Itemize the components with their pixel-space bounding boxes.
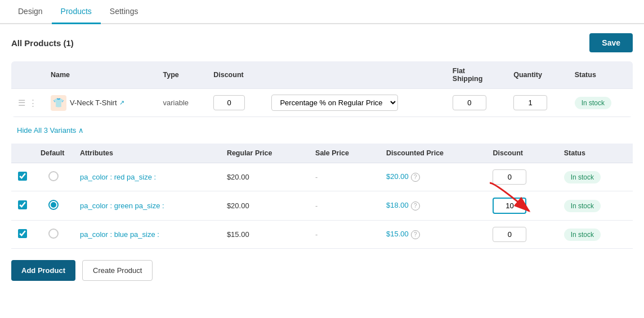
variant-attributes: pa_color : blue pa_size : (80, 230, 159, 239)
vcol-default: Default (34, 144, 73, 163)
variant-attributes-cell: pa_color : green pa_size : (73, 191, 220, 221)
product-discount-input[interactable] (213, 95, 245, 110)
col-flat-shipping: FlatShipping (446, 61, 507, 89)
variants-table: Default Attributes Regular Price Sale Pr… (11, 144, 633, 249)
nav-products[interactable]: Products (52, 0, 101, 24)
variant-discount-input[interactable] (493, 198, 526, 214)
variant-default-cell (34, 191, 73, 221)
product-status-cell: In stock (568, 89, 633, 117)
product-name-cell: 👕 V-Neck T-Shirt ↗ (44, 89, 156, 117)
variant-discount-input-cell (486, 191, 557, 221)
product-drag-cell: ☰ ⋮ (11, 89, 44, 117)
save-button[interactable]: Save (589, 33, 633, 52)
variant-regular-price: $20.00 (227, 201, 249, 210)
page-header: All Products (1) Save (11, 33, 633, 52)
variant-row: pa_color : red pa_size :$20.00-$20.00?In… (11, 163, 633, 191)
product-discount-type-select[interactable]: Percentage % on Regular Price Fixed Amou… (271, 95, 398, 111)
variant-discount-input-cell (486, 163, 557, 191)
vcol-discounted-price: Discounted Price (379, 144, 486, 163)
variant-checkbox-cell (11, 191, 34, 221)
variant-regular-price-cell: $20.00 (220, 163, 308, 191)
variant-sale-price: - (315, 201, 317, 210)
variant-row: pa_color : green pa_size :$20.00-$18.00?… (11, 191, 633, 221)
variant-checkbox[interactable] (18, 172, 27, 181)
col-name: Name (44, 61, 156, 89)
variant-checkbox-cell (11, 163, 34, 191)
vcol-status: Status (557, 144, 633, 163)
nav-settings[interactable]: Settings (101, 0, 147, 24)
vcol-regular-price: Regular Price (220, 144, 308, 163)
col-discount: Discount (207, 61, 446, 89)
footer-buttons: Add Product Create Product (11, 260, 633, 281)
variant-default-radio[interactable] (48, 229, 59, 239)
variant-default-radio[interactable] (48, 200, 59, 210)
product-status-badge: In stock (575, 97, 611, 109)
variant-discount-input-cell (486, 221, 557, 249)
product-flat-shipping-cell (446, 89, 507, 117)
variant-row: pa_color : blue pa_size :$15.00-$15.00?I… (11, 221, 633, 249)
variant-default-radio[interactable] (48, 171, 59, 181)
product-quantity-input[interactable] (513, 95, 547, 110)
variant-default-cell (34, 221, 73, 249)
variant-status-cell: In stock (557, 163, 633, 191)
variant-attributes: pa_color : green pa_size : (80, 201, 164, 210)
page-title: All Products (1) (11, 38, 74, 48)
variant-sale-price-cell: - (308, 163, 379, 191)
variant-status-badge: In stock (564, 200, 601, 212)
variant-attributes-cell: pa_color : blue pa_size : (73, 221, 220, 249)
product-flat-shipping-input[interactable] (453, 95, 486, 110)
page-wrapper: All Products (1) Save Name Type Discount… (0, 24, 644, 290)
vcol-discount: Discount (486, 144, 557, 163)
variant-regular-price-cell: $20.00 (220, 191, 308, 221)
top-navigation: Design Products Settings (0, 0, 644, 24)
variant-attributes-cell: pa_color : red pa_size : (73, 163, 220, 191)
variants-section: Default Attributes Regular Price Sale Pr… (11, 144, 633, 249)
product-type: variable (163, 98, 189, 107)
variant-status-badge: In stock (564, 229, 601, 241)
more-icon[interactable]: ⋮ (29, 98, 37, 108)
hide-variants-link[interactable]: Hide All 3 Variants ∧ (17, 126, 84, 135)
variant-attributes: pa_color : red pa_size : (80, 173, 156, 181)
variant-discount-input[interactable] (493, 227, 526, 242)
main-table: Name Type Discount FlatShipping Quantity… (11, 61, 633, 117)
vcol-attributes: Attributes (73, 144, 220, 163)
variant-sale-price-cell: - (308, 221, 379, 249)
product-discount-value-cell (207, 89, 265, 117)
help-icon[interactable]: ? (411, 173, 420, 182)
variant-discounted-price: $18.00 (386, 201, 409, 209)
variant-checkbox[interactable] (18, 200, 27, 209)
variant-discount-input[interactable] (493, 169, 526, 185)
variant-status-cell: In stock (557, 221, 633, 249)
variant-sale-price: - (315, 230, 317, 239)
vcol-checkbox (11, 144, 34, 163)
variant-discounted-price: $20.00 (386, 172, 409, 181)
product-quantity-cell (507, 89, 567, 117)
external-link-icon[interactable]: ↗ (119, 99, 124, 106)
vcol-sale-price: Sale Price (308, 144, 379, 163)
variant-status-cell: In stock (557, 191, 633, 221)
help-icon[interactable]: ? (411, 201, 420, 210)
variant-sale-price-cell: - (308, 191, 379, 221)
drag-icon[interactable]: ☰ (18, 98, 25, 108)
col-type: Type (156, 61, 207, 89)
product-name: V-Neck T-Shirt (70, 98, 117, 107)
variant-regular-price-cell: $15.00 (220, 221, 308, 249)
create-product-button[interactable]: Create Product (82, 260, 153, 281)
product-type-cell: variable (156, 89, 207, 117)
col-drag (11, 61, 44, 89)
variant-regular-price: $15.00 (227, 230, 249, 239)
help-icon[interactable]: ? (411, 230, 420, 239)
variant-discounted-price-cell: $15.00? (379, 221, 486, 249)
product-discount-type-cell: Percentage % on Regular Price Fixed Amou… (265, 89, 445, 117)
nav-design[interactable]: Design (9, 0, 52, 24)
variant-discounted-price: $15.00 (386, 230, 409, 238)
variant-checkbox[interactable] (18, 229, 27, 238)
product-thumbnail: 👕 (51, 95, 66, 111)
add-product-button[interactable]: Add Product (11, 260, 75, 281)
variant-discounted-price-cell: $18.00? (379, 191, 486, 221)
variant-default-cell (34, 163, 73, 191)
variant-discounted-price-cell: $20.00? (379, 163, 486, 191)
col-quantity: Quantity (507, 61, 567, 89)
variant-checkbox-cell (11, 221, 34, 249)
variant-status-badge: In stock (564, 171, 601, 183)
